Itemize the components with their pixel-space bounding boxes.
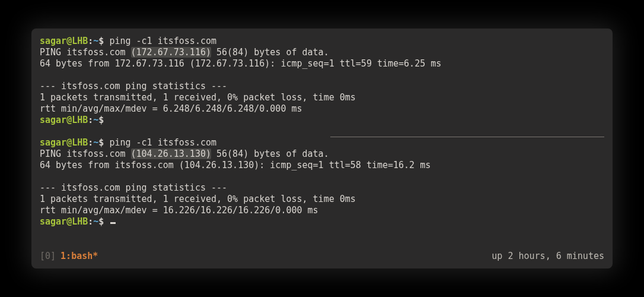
prompt-user: sagar [40,216,66,227]
terminal-window[interactable]: sagar@LHB:~$ ping -c1 itsfoss.com PING i… [31,29,613,268]
command-text: ping -c1 itsfoss.com [104,137,216,148]
output-line [104,216,109,227]
output-line: PING itsfoss.com [40,148,131,159]
output-line: rtt min/avg/max/mdev = 16.226/16.226/16.… [40,205,318,216]
prompt-at: @ [66,36,72,46]
pane-bottom[interactable]: sagar@LHB:~$ ping -c1 itsfoss.com PING i… [40,137,604,249]
output-line: 1 packets transmitted, 1 received, 0% pa… [40,194,356,204]
cursor-icon [110,222,116,224]
highlight-ip: (104.26.13.130) [131,148,211,159]
statusbar-right: up 2 hours, 6 minutes [492,251,604,262]
prompt-colon: : [88,115,93,125]
statusbar-left: [0] 1:bash* [40,251,98,262]
output-line [104,115,109,125]
session-index: [0] [40,251,56,262]
prompt-user: sagar [40,115,66,125]
prompt-path: ~ [93,216,98,227]
tmux-panes: sagar@LHB:~$ ping -c1 itsfoss.com PING i… [40,36,604,248]
output-line: --- itsfoss.com ping statistics --- [40,81,227,91]
prompt-user: sagar [40,36,66,46]
prompt-path: ~ [93,137,98,148]
output-line: --- itsfoss.com ping statistics --- [40,182,227,193]
tmux-statusbar: [0] 1:bash* up 2 hours, 6 minutes [40,248,604,262]
prompt-colon: : [88,216,93,227]
prompt-path: ~ [93,36,98,46]
prompt-host: LHB [72,216,88,227]
prompt-at: @ [66,115,72,125]
prompt-at: @ [66,137,72,148]
output-line: 64 bytes from 172.67.73.116 (172.67.73.1… [40,58,441,69]
output-line: PING itsfoss.com [40,47,131,58]
output-line: rtt min/avg/max/mdev = 6.248/6.248/6.248… [40,103,302,114]
output-line: 1 packets transmitted, 1 received, 0% pa… [40,92,356,103]
uptime-text: up 2 hours, 6 minutes [492,251,604,261]
window-label: 1:bash* [60,251,98,262]
output-line: 56(84) bytes of data. [211,47,329,58]
output-line: 64 bytes from itsfoss.com (104.26.13.130… [40,160,431,170]
prompt-colon: : [88,137,93,148]
prompt-at: @ [66,216,72,227]
prompt-host: LHB [72,137,88,148]
pane-top[interactable]: sagar@LHB:~$ ping -c1 itsfoss.com PING i… [40,36,604,137]
prompt-user: sagar [40,137,66,148]
highlight-ip: (172.67.73.116) [131,47,211,58]
prompt-path: ~ [93,115,98,125]
command-text: ping -c1 itsfoss.com [104,36,216,46]
output-line: 56(84) bytes of data. [211,148,329,159]
prompt-host: LHB [72,36,88,46]
prompt-colon: : [88,36,93,46]
prompt-host: LHB [72,115,88,125]
